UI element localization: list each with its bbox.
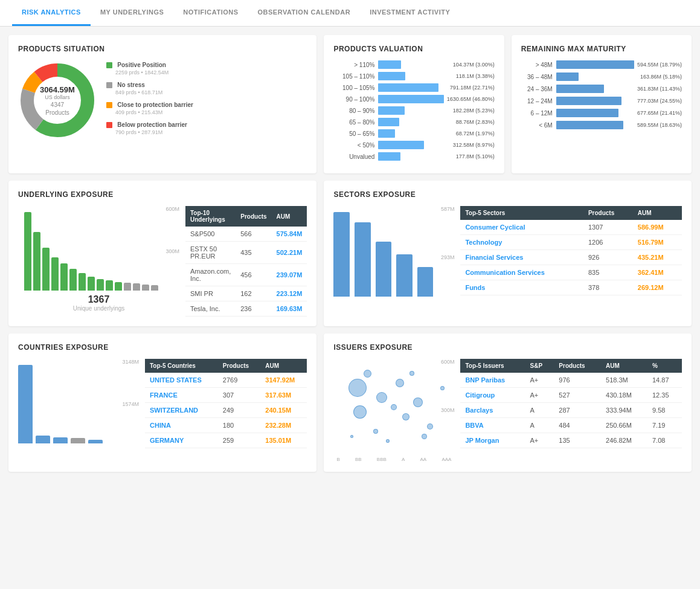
total-amount: 3064.59M — [40, 85, 75, 94]
sec-products: 835 — [583, 265, 633, 280]
mat-text: 677.65M (21.41%) — [637, 110, 682, 116]
underlying-table-panel: Top-10 Underlyings Products AUM S&P500 5… — [185, 206, 307, 317]
remaining-maturity-title: REMAINING MAX MATURITY — [521, 45, 682, 53]
mat-row: 24 – 36M 361.83M (11.43%) — [521, 85, 682, 93]
iss-products: 527 — [554, 388, 601, 403]
iss-sp: A — [525, 418, 554, 433]
ue-col-name: Top-10 Underlyings — [185, 206, 236, 227]
val-row: > 110% 104.37M (3.00%) — [333, 60, 494, 69]
table-row: Financial Services 926 435.21M — [460, 250, 682, 265]
ue-bar — [79, 273, 86, 291]
iss-name: Barclays — [460, 403, 525, 418]
table-row: Consumer Cyclical 1307 586.99M — [460, 220, 682, 235]
co-products: 249 — [218, 403, 260, 418]
table-row: ESTX 50 PR.EUR 435 502.21M — [185, 242, 307, 264]
mat-label: < 6M — [521, 122, 553, 129]
val-bar-wrap — [378, 106, 449, 115]
ue-bar — [115, 282, 122, 291]
ue-name: Tesla, Inc. — [185, 301, 236, 317]
bubble — [413, 397, 423, 407]
products-situation-card: PRODUCTS SITUATION 3064.59M US dollars — [8, 35, 316, 173]
nostress-sub: 849 prds • 618.71M — [115, 89, 307, 95]
table-row: BNP Paribas A+ 976 518.3M 14.87 — [460, 373, 682, 388]
bubble — [409, 371, 414, 376]
issuers-table-header: Top-5 Issuers S&P Products AUM % — [460, 359, 682, 373]
val-bar-wrap — [378, 83, 446, 92]
bubble-x-label: BBB — [377, 457, 387, 462]
ue-name: Amazon.com, Inc. — [185, 264, 236, 286]
co-name: SWITZERLAND — [145, 403, 218, 418]
mat-text: 777.03M (24.55%) — [637, 98, 682, 104]
remaining-maturity-card: REMAINING MAX MATURITY > 48M 594.55M (18… — [512, 35, 692, 173]
bubble — [376, 392, 387, 403]
val-text: 104.37M (3.00%) — [453, 62, 495, 68]
sec-products: 926 — [583, 250, 633, 265]
ue-bar — [42, 248, 50, 291]
iss-products: 287 — [554, 403, 601, 418]
bubble-x-label: A — [402, 457, 405, 462]
val-row: Unvalued 177.8M (5.10%) — [333, 152, 494, 161]
val-label: 90 – 100% — [333, 96, 374, 103]
ue-bar — [24, 212, 31, 291]
mat-bar-wrap — [556, 72, 637, 81]
nav-investment-activity[interactable]: INVESTMENT ACTIVITY — [360, 0, 460, 26]
ue-products: 435 — [236, 242, 271, 264]
ue-products: 162 — [236, 286, 271, 301]
country-bar — [18, 365, 33, 443]
val-bar — [378, 152, 400, 161]
mat-row: 36 – 48M 163.86M (5.18%) — [521, 72, 682, 81]
nav-observation-calendar[interactable]: OBSERVATION CALENDAR — [248, 0, 361, 26]
nav-risk-analytics[interactable]: RISK ANALYTICS — [12, 0, 91, 26]
mat-bar-wrap — [556, 109, 634, 117]
sec-name: Technology — [460, 235, 583, 250]
below-sub: 790 prds • 287.91M — [115, 129, 307, 135]
countries-table-header: Top-5 Countries Products AUM — [145, 359, 307, 373]
val-text: 1630.65M (46.80%) — [447, 96, 495, 102]
iss-aum: 430.18M — [601, 388, 647, 403]
co-aum: 135.01M — [260, 433, 307, 448]
nav-notifications[interactable]: NOTIFICATIONS — [173, 0, 248, 26]
sectors-chart-panel: 587M 293M — [333, 206, 454, 303]
val-row: 80 – 90% 182.28M (5.23%) — [333, 106, 494, 115]
table-row: Amazon.com, Inc. 456 239.07M — [185, 264, 307, 286]
underlying-tbody: S&P500 566 575.84M ESTX 50 PR.EUR 435 50… — [185, 227, 307, 317]
val-bar — [378, 60, 401, 69]
iss-col-products: Products — [554, 359, 601, 373]
underlying-table-header: Top-10 Underlyings Products AUM — [185, 206, 307, 227]
sectors-tbody: Consumer Cyclical 1307 586.99M Technolog… — [460, 220, 682, 295]
sec-bar — [376, 242, 392, 297]
iss-aum: 246.82M — [601, 433, 647, 448]
ue-aum: 223.12M — [272, 286, 307, 301]
products-valuation-title: PRODUCTS VALUATION — [333, 45, 494, 53]
table-row: Funds 378 269.12M — [460, 280, 682, 295]
mat-bar-wrap — [556, 121, 634, 129]
iss-products: 135 — [554, 433, 601, 448]
val-row: 50 – 65% 68.72M (1.97%) — [333, 129, 494, 138]
co-aum: 232.28M — [260, 418, 307, 433]
countries-table: Top-5 Countries Products AUM UNITED STAT… — [145, 359, 307, 448]
ue-bar — [69, 269, 77, 291]
nav-my-underlyings[interactable]: MY UNDERLYINGS — [91, 0, 173, 26]
mat-text: 163.86M (5.18%) — [640, 74, 682, 80]
ue-name: S&P500 — [185, 227, 236, 242]
iss-col-sp: S&P — [525, 359, 554, 373]
co-col-aum: AUM — [260, 359, 307, 373]
table-row: GERMANY 259 135.01M — [145, 433, 307, 448]
ue-bar — [33, 232, 40, 291]
country-bar — [88, 440, 103, 444]
iss-name: BBVA — [460, 418, 525, 433]
close-label: Close to protection barrier — [117, 101, 193, 108]
val-label: < 50% — [333, 142, 374, 149]
iss-aum: 333.94M — [601, 403, 647, 418]
iss-col-name: Top-5 Issuers — [460, 359, 525, 373]
positive-label: Positive Position — [117, 62, 166, 68]
underlying-exposure-title: UNDERLYING EXPOSURE — [18, 190, 307, 199]
legend-nostress: No stress 849 prds • 618.71M — [106, 80, 307, 95]
sec-name: Funds — [460, 280, 583, 295]
iss-aum: 518.3M — [601, 373, 647, 388]
underlying-two-panel: 600M 300M 1367 Unique underlyings Top-10… — [18, 206, 307, 317]
unique-label: Unique underlyings — [18, 305, 179, 312]
countries-exposure-title: COUNTRIES EXPOSURE — [18, 343, 307, 352]
sectors-exposure-title: SECTORS EXPOSURE — [333, 190, 682, 199]
table-row: Citigroup A+ 527 430.18M 12.35 — [460, 388, 682, 403]
